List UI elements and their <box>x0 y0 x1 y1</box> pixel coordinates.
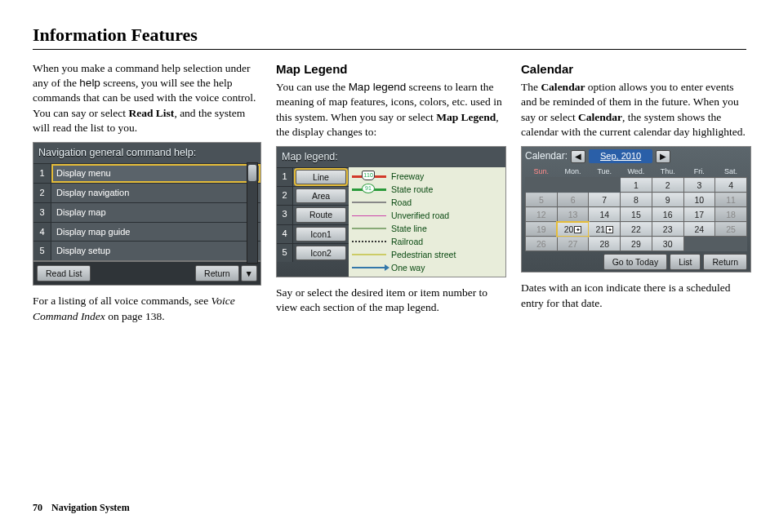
dow-thu: Thu. <box>652 166 683 178</box>
calendar-cell[interactable]: 10 <box>683 193 715 207</box>
column-3: Calendar The Calendar option allows you … <box>521 61 751 330</box>
legend-label: State line <box>391 223 427 234</box>
calendar-cell[interactable]: 13 <box>557 207 589 222</box>
list-item[interactable]: 1Line <box>277 167 349 186</box>
month-label[interactable]: Sep, 2010 <box>589 149 652 163</box>
return-button[interactable]: Return <box>195 265 239 282</box>
return-button[interactable]: Return <box>703 254 747 270</box>
list-item[interactable]: 2Area <box>277 186 349 205</box>
legend-row: One way <box>352 261 502 274</box>
calendar-cell[interactable]: 11 <box>715 193 747 207</box>
dow-sat: Sat. <box>715 166 747 178</box>
row-num: 2 <box>33 184 51 202</box>
calendar-cell[interactable]: 9 <box>652 193 683 207</box>
calendar-cell[interactable]: 5 <box>526 193 558 207</box>
text: Map legend <box>349 81 407 93</box>
calendar-cell[interactable]: 2 <box>652 178 683 193</box>
calendar-cell[interactable]: 21✦ <box>589 222 621 237</box>
list-item[interactable]: 5Display setup <box>33 241 260 260</box>
row-num: 2 <box>277 187 293 205</box>
legend-row: Railroad <box>352 235 502 248</box>
legend-label: Unverified road <box>391 210 449 221</box>
pedestrian-street-icon <box>352 254 386 255</box>
calendar-cell[interactable]: 6 <box>557 193 589 207</box>
calendar-cell[interactable]: 24 <box>683 222 715 237</box>
calendar-cell[interactable]: 15 <box>621 207 652 222</box>
calendar-cell <box>683 237 715 251</box>
calendar-cell[interactable]: 29 <box>621 237 652 251</box>
fig2-title: Map legend: <box>277 147 505 167</box>
row-num: 3 <box>33 203 51 222</box>
legend-row: 91State route <box>352 183 502 196</box>
calendar-cell[interactable]: 1 <box>621 178 652 193</box>
heading-map-legend: Map Legend <box>276 61 506 78</box>
read-list-button[interactable]: Read List <box>37 265 91 282</box>
row-label: Icon1 <box>296 227 346 242</box>
fig1-buttons: Read List Return ▼ <box>33 260 260 285</box>
shield-icon: 110 <box>362 171 375 180</box>
text: The <box>521 81 541 93</box>
go-to-today-button[interactable]: Go to Today <box>603 254 667 270</box>
calendar-cell[interactable]: 20✦ <box>557 222 589 237</box>
calendar-row: 1920✦21✦22232425 <box>526 222 747 237</box>
list-item[interactable]: 5Icon2 <box>277 243 349 262</box>
list-button[interactable]: List <box>670 254 701 270</box>
list-item[interactable]: 2Display navigation <box>33 183 260 202</box>
row-label: Display menu <box>51 164 260 183</box>
calendar-cell[interactable]: 12 <box>526 207 558 222</box>
text: on page 138. <box>105 310 165 322</box>
calendar-cell[interactable]: 3 <box>683 178 715 193</box>
calendar-header: Calendar: ◀ Sep, 2010 ▶ <box>522 147 750 166</box>
calendar-cell[interactable]: 27 <box>557 237 589 251</box>
event-icon: ✦ <box>606 226 613 233</box>
row-num: 5 <box>33 242 51 260</box>
row-label: Display setup <box>51 242 260 260</box>
calendar-cell[interactable]: 18 <box>715 207 747 222</box>
calendar-cell[interactable]: 19 <box>526 222 558 237</box>
state-route-icon: 91 <box>352 188 386 191</box>
shield-icon: 91 <box>362 184 375 193</box>
calendar-cell[interactable]: 30 <box>652 237 683 251</box>
list-item[interactable]: 3Route <box>277 205 349 224</box>
figure-map-legend: Map legend: 1Line 2Area 3Route 4Icon1 5I… <box>276 146 506 277</box>
scrollbar[interactable] <box>247 162 258 264</box>
list-item[interactable]: 1Display menu <box>33 163 260 183</box>
calendar-cell[interactable]: 16 <box>652 207 683 222</box>
list-item[interactable]: 4Display map guide <box>33 222 260 242</box>
row-label: Display map guide <box>51 223 260 242</box>
calendar-cell[interactable]: 14 <box>589 207 621 222</box>
prev-month-button[interactable]: ◀ <box>571 150 585 163</box>
calendar-cell[interactable]: 17 <box>683 207 715 222</box>
calendar-dow-row: Sun. Mon. Tue. Wed. Thu. Fri. Sat. <box>526 166 747 178</box>
scrollbar-thumb[interactable] <box>248 165 256 181</box>
list-item[interactable]: 4Icon1 <box>277 224 349 243</box>
calendar-cell[interactable]: 28 <box>589 237 621 251</box>
fig2-legend-panel: 110Freeway 91State route Road Unverified… <box>349 167 505 277</box>
row-label: Display navigation <box>51 184 260 202</box>
calendar-cell[interactable]: 25 <box>715 222 747 237</box>
calendar-row: 2627282930 <box>526 237 747 251</box>
next-month-button[interactable]: ▶ <box>656 150 670 163</box>
list-item[interactable]: 3Display map <box>33 202 260 222</box>
row-label: Icon2 <box>296 246 346 260</box>
calendar-cell[interactable]: 4 <box>715 178 747 193</box>
calendar-cell[interactable]: 8 <box>621 193 652 207</box>
text-help: help <box>79 77 100 89</box>
col2-para2: Say or select the desired item or item n… <box>276 286 506 315</box>
row-label: Route <box>296 207 346 222</box>
text: Calendar <box>578 111 622 123</box>
calendar-cell[interactable]: 26 <box>526 237 558 251</box>
railroad-icon <box>352 241 386 242</box>
calendar-cell[interactable]: 22 <box>621 222 652 237</box>
calendar-cell[interactable]: 7 <box>589 193 621 207</box>
figure-calendar: Calendar: ◀ Sep, 2010 ▶ Sun. Mon. Tue. W… <box>521 146 751 273</box>
dow-fri: Fri. <box>683 166 715 178</box>
down-arrow-button[interactable]: ▼ <box>241 265 257 282</box>
column-2: Map Legend You can use the Map legend sc… <box>276 61 506 330</box>
text: For a listing of all voice commands, see <box>33 295 211 307</box>
page-title: Information Features <box>33 24 746 50</box>
legend-label: One way <box>391 262 425 273</box>
calendar-cell[interactable]: 23 <box>652 222 683 237</box>
calendar-row: 12131415161718 <box>526 207 747 222</box>
section-name: Navigation System <box>51 502 130 513</box>
